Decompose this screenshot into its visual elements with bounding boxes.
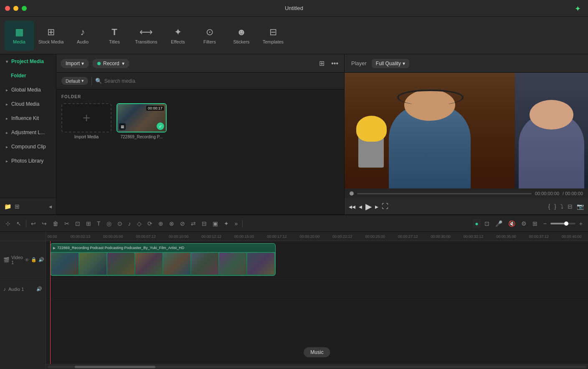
player-progress-area: 00:00:00:00 / 00:00:00	[345, 188, 588, 198]
tl-zoom-handle[interactable]	[564, 221, 568, 226]
sidebar-item-folder[interactable]: Folder	[0, 69, 56, 83]
tl-effects-btn[interactable]: ✦	[222, 219, 231, 228]
import-thumb[interactable]: +	[61, 103, 112, 132]
tl-mic-btn[interactable]: 🎤	[493, 219, 504, 228]
minimize-button[interactable]	[13, 6, 18, 11]
collapse-btn[interactable]: ◂	[49, 203, 52, 210]
player-mark-out-icon[interactable]: }	[554, 203, 556, 210]
new-folder-icon[interactable]: 📁	[4, 203, 11, 210]
audio-1-mute-btn[interactable]: 🔊	[36, 286, 42, 292]
toolbar-stickers[interactable]: ☻ Stickers	[226, 20, 256, 51]
tl-more-btn[interactable]: »	[233, 219, 240, 228]
media-item-import[interactable]: + Import Media	[61, 103, 112, 139]
video-track-row: ▶ 722869_Recording Podcast Podcasting Po…	[46, 241, 588, 279]
tl-lens-btn[interactable]: ⊗	[167, 219, 176, 228]
sidebar-cloud-media-label: Cloud Media	[11, 101, 39, 107]
tl-sep1	[26, 220, 26, 227]
window-controls[interactable]	[5, 6, 27, 11]
toolbar-media[interactable]: ▦ Media	[4, 20, 34, 51]
video-1-eye-btn[interactable]: 👁	[25, 257, 29, 262]
tl-select-tool[interactable]: ↖	[14, 219, 23, 228]
tl-freeze-btn[interactable]: ⟳	[145, 219, 155, 228]
record-button[interactable]: Record ▾	[92, 59, 129, 68]
sidebar-item-global-media[interactable]: ▸ Global Media	[0, 83, 56, 97]
tl-text-tool[interactable]: T	[95, 219, 103, 228]
tl-undo-btn[interactable]: ↩	[29, 219, 38, 228]
toolbar-templates[interactable]: ⊟ Templates	[258, 20, 288, 51]
timeline-toolbar: ⊹ ↖ ↩ ↪ 🗑 ✂ ⊡ ⊞ T ◎ ⊙ ♪ ◇ ⟳ ⊕ ⊗ ⊘ ⇄ ⊟ ▣ …	[0, 215, 588, 232]
tl-audio-btn[interactable]: ♪	[126, 219, 133, 228]
tl-zoom-slider[interactable]	[550, 223, 575, 224]
progress-track[interactable]	[357, 193, 532, 194]
toolbar-audio[interactable]: ♪ Audio	[68, 20, 98, 51]
titles-label: Titles	[109, 39, 120, 44]
tl-settings-btn[interactable]: ⚙	[519, 219, 529, 228]
ruler-tick-16: 00:00:40:00	[555, 234, 588, 239]
tl-redo-btn[interactable]: ↪	[40, 219, 49, 228]
video-1-label: Video 1	[11, 255, 23, 265]
tl-pip-btn[interactable]: ▣	[210, 219, 220, 228]
sidebar-item-cloud-media[interactable]: ▸ Cloud Media	[0, 97, 56, 111]
close-button[interactable]	[5, 6, 10, 11]
tl-color-wheel-btn[interactable]: ●	[473, 219, 480, 228]
scroll-track[interactable]	[48, 366, 586, 368]
tl-trim-btn[interactable]: ⊡	[73, 219, 82, 228]
toolbar-stock-media[interactable]: ⊞ Stock Media	[36, 20, 66, 51]
video-thumb[interactable]: 00:00:17 ▦ ✓	[117, 103, 167, 132]
tl-360-btn[interactable]: ⊘	[178, 219, 187, 228]
toolbar-titles[interactable]: T Titles	[99, 20, 129, 51]
tl-compound-btn[interactable]: ⊟	[200, 219, 209, 228]
tl-layout-btn[interactable]: ⊞	[530, 219, 540, 228]
media-item-video[interactable]: 00:00:17 ▦ ✓ 722869_Recording P...	[117, 103, 167, 139]
tl-crop-tool[interactable]: ⊞	[84, 219, 93, 228]
player-replace-icon[interactable]: ⊟	[568, 203, 573, 210]
import-button[interactable]: Import ▾	[61, 59, 89, 68]
music-button[interactable]: Music	[304, 347, 330, 357]
ruler-labels: 00:00 00:00:02:13 00:00:05:00 00:00:07:1…	[46, 232, 588, 241]
player-rewind-button[interactable]: ◂◂	[349, 203, 355, 211]
sort-icon[interactable]: ⊞	[317, 58, 326, 69]
import-from-btn[interactable]: ⊞	[15, 203, 20, 210]
ruler-tick-3: 00:00:07:12	[129, 234, 162, 239]
player-snapshot-icon[interactable]: 📷	[577, 203, 584, 210]
video-1-lock-btn[interactable]: 🔒	[31, 257, 37, 262]
timeline-scroll[interactable]	[46, 364, 588, 369]
player-frame-fwd-button[interactable]: ▸	[375, 203, 378, 211]
tl-zoom-out-btn[interactable]: −	[541, 219, 549, 228]
player-insert-icon[interactable]: ⤵	[560, 203, 563, 210]
sidebar-item-compound-clip[interactable]: ▸ Compound Clip	[0, 140, 56, 154]
tl-speed-btn[interactable]: ◎	[104, 219, 114, 228]
tl-snap-btn[interactable]: ⊡	[482, 219, 492, 228]
quality-select[interactable]: Full Quality ▾	[372, 59, 409, 68]
toolbar-filters[interactable]: ⊙ Filters	[195, 20, 225, 51]
scroll-thumb[interactable]	[75, 366, 156, 368]
player-frame-back-button[interactable]: ◂	[359, 203, 362, 211]
tl-pointer-tool[interactable]: ⊹	[3, 219, 13, 228]
sidebar-item-adjustment[interactable]: ▸ Adjustment L...	[0, 125, 56, 140]
sidebar-item-project-media[interactable]: ▾ Project Media	[0, 54, 56, 69]
tl-stabilize-btn[interactable]: ⊕	[156, 219, 165, 228]
tl-delete-btn[interactable]: 🗑	[51, 219, 61, 228]
tl-split-btn[interactable]: ✂	[62, 219, 71, 228]
tl-zoom-in-btn[interactable]: +	[577, 219, 585, 228]
toolbar-transitions[interactable]: ⟷ Transitions	[131, 20, 161, 51]
sidebar-item-influence-kit[interactable]: ▸ Influence Kit	[0, 111, 56, 125]
chevron-icon: ▸	[6, 116, 8, 121]
tl-keyframe-btn[interactable]: ◇	[135, 219, 144, 228]
maximize-button[interactable]	[22, 6, 27, 11]
sidebar-item-photos-library[interactable]: ▸ Photos Library	[0, 154, 56, 168]
more-options-icon[interactable]: •••	[329, 58, 340, 69]
tl-mute-btn[interactable]: 🔇	[506, 219, 517, 228]
progress-bar[interactable]: 00:00:00:00 / 00:00:00	[350, 191, 583, 196]
tl-color-btn[interactable]: ⊙	[115, 219, 124, 228]
video-clip[interactable]: ▶ 722869_Recording Podcast Podcasting Po…	[50, 243, 276, 276]
tl-link-btn[interactable]: ⇄	[189, 219, 198, 228]
sort-button[interactable]: Default ▾	[61, 77, 88, 85]
search-input[interactable]	[104, 78, 339, 84]
player-fullscreen-button[interactable]: ⛶	[382, 203, 388, 210]
toolbar-effects[interactable]: ✦ Effects	[163, 20, 193, 51]
video-1-audio-btn[interactable]: 🔊	[38, 257, 44, 262]
player-play-button[interactable]: ▶	[365, 201, 372, 211]
clip-play-icon: ▶	[53, 246, 56, 250]
player-mark-in-icon[interactable]: {	[548, 203, 550, 210]
